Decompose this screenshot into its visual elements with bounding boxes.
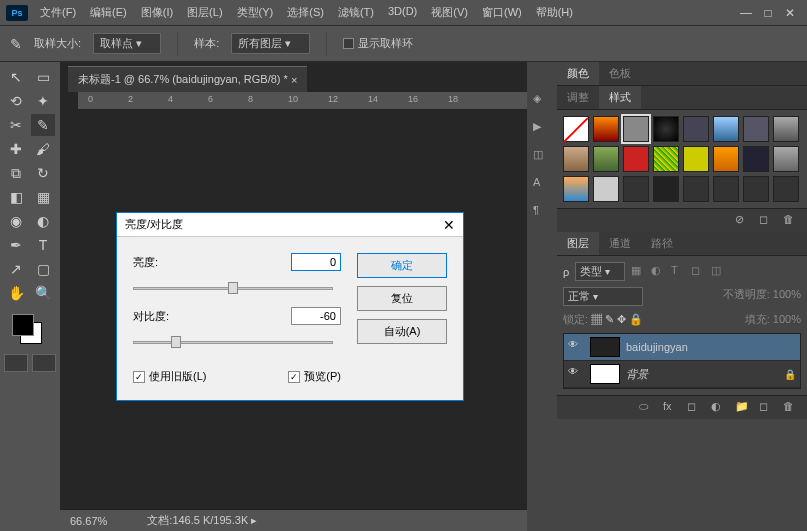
zoom-value[interactable]: 66.67% bbox=[70, 515, 107, 527]
menu-3d[interactable]: 3D(D) bbox=[382, 1, 423, 24]
menu-select[interactable]: 选择(S) bbox=[281, 1, 330, 24]
filter-pixel-icon[interactable]: ▦ bbox=[631, 264, 647, 280]
layer-item[interactable]: 👁 背景 🔒 bbox=[564, 361, 800, 388]
brush-tool[interactable]: 🖌 bbox=[31, 138, 55, 160]
eraser-tool[interactable]: ◧ bbox=[4, 186, 28, 208]
style-swatch[interactable] bbox=[773, 116, 799, 142]
style-swatch[interactable] bbox=[563, 146, 589, 172]
adjustment-layer-icon[interactable]: ◐ bbox=[711, 400, 727, 416]
menu-layer[interactable]: 图层(L) bbox=[181, 1, 228, 24]
style-swatch[interactable] bbox=[773, 146, 799, 172]
brightness-input[interactable] bbox=[291, 253, 341, 271]
tab-adjustments[interactable]: 调整 bbox=[557, 86, 599, 109]
use-legacy-checkbox[interactable]: ✓ 使用旧版(L) bbox=[133, 369, 206, 384]
ok-button[interactable]: 确定 bbox=[357, 253, 447, 278]
shape-tool[interactable]: ▢ bbox=[31, 258, 55, 280]
style-swatch[interactable] bbox=[653, 146, 679, 172]
tab-channels[interactable]: 通道 bbox=[599, 232, 641, 255]
close-button[interactable]: ✕ bbox=[783, 6, 797, 20]
layer-item[interactable]: 👁 baidujingyan bbox=[564, 334, 800, 361]
reset-button[interactable]: 复位 bbox=[357, 286, 447, 311]
hand-tool[interactable]: ✋ bbox=[4, 282, 28, 304]
style-swatch[interactable] bbox=[593, 146, 619, 172]
style-swatch[interactable] bbox=[743, 176, 769, 202]
preview-checkbox[interactable]: ✓ 预览(P) bbox=[288, 369, 341, 384]
group-icon[interactable]: 📁 bbox=[735, 400, 751, 416]
delete-layer-icon[interactable]: 🗑 bbox=[783, 400, 799, 416]
filter-adjust-icon[interactable]: ◐ bbox=[651, 264, 667, 280]
show-ring-checkbox[interactable]: 显示取样环 bbox=[343, 36, 413, 51]
screen-mode-button[interactable] bbox=[32, 354, 56, 372]
slider-thumb[interactable] bbox=[171, 336, 181, 348]
style-swatch[interactable] bbox=[623, 146, 649, 172]
style-swatch[interactable] bbox=[653, 176, 679, 202]
lasso-tool[interactable]: ⟲ bbox=[4, 90, 28, 112]
maximize-button[interactable]: □ bbox=[761, 6, 775, 20]
paragraph-panel-icon[interactable]: ¶ bbox=[533, 204, 551, 222]
filter-type-icon[interactable]: T bbox=[671, 264, 687, 280]
filter-smart-icon[interactable]: ◫ bbox=[711, 264, 727, 280]
style-swatch[interactable] bbox=[653, 116, 679, 142]
style-swatch[interactable] bbox=[593, 176, 619, 202]
clear-style-icon[interactable]: ⊘ bbox=[735, 213, 751, 229]
history-panel-icon[interactable]: ◈ bbox=[533, 92, 551, 110]
move-tool[interactable]: ↖ bbox=[4, 66, 28, 88]
style-swatch[interactable] bbox=[713, 116, 739, 142]
path-select-tool[interactable]: ↗ bbox=[4, 258, 28, 280]
style-swatch[interactable] bbox=[743, 116, 769, 142]
new-layer-icon[interactable]: ◻ bbox=[759, 400, 775, 416]
style-swatch[interactable] bbox=[683, 146, 709, 172]
style-swatch[interactable] bbox=[773, 176, 799, 202]
wand-tool[interactable]: ✦ bbox=[31, 90, 55, 112]
slider-thumb[interactable] bbox=[228, 282, 238, 294]
style-swatch[interactable] bbox=[713, 176, 739, 202]
contrast-slider[interactable] bbox=[133, 333, 333, 351]
color-swatches[interactable] bbox=[4, 312, 56, 348]
dodge-tool[interactable]: ◐ bbox=[31, 210, 55, 232]
menu-filter[interactable]: 滤镜(T) bbox=[332, 1, 380, 24]
marquee-tool[interactable]: ▭ bbox=[31, 66, 55, 88]
tab-layers[interactable]: 图层 bbox=[557, 232, 599, 255]
menu-window[interactable]: 窗口(W) bbox=[476, 1, 528, 24]
menu-type[interactable]: 类型(Y) bbox=[231, 1, 280, 24]
stamp-tool[interactable]: ⧉ bbox=[4, 162, 28, 184]
heal-tool[interactable]: ✚ bbox=[4, 138, 28, 160]
filter-kind-select[interactable]: 类型 ▾ bbox=[575, 262, 625, 281]
layer-mask-icon[interactable]: ◻ bbox=[687, 400, 703, 416]
layer-style-icon[interactable]: fx bbox=[663, 400, 679, 416]
style-swatch[interactable] bbox=[683, 116, 709, 142]
blend-mode-select[interactable]: 正常 ▾ bbox=[563, 287, 643, 306]
brightness-slider[interactable] bbox=[133, 279, 333, 297]
style-swatch[interactable] bbox=[623, 176, 649, 202]
pen-tool[interactable]: ✒ bbox=[4, 234, 28, 256]
gradient-tool[interactable]: ▦ bbox=[31, 186, 55, 208]
eyedropper-tool[interactable]: ✎ bbox=[31, 114, 55, 136]
blur-tool[interactable]: ◉ bbox=[4, 210, 28, 232]
document-tab[interactable]: 未标题-1 @ 66.7% (baidujingyan, RGB/8) * × bbox=[68, 66, 307, 92]
menu-file[interactable]: 文件(F) bbox=[34, 1, 82, 24]
menu-help[interactable]: 帮助(H) bbox=[530, 1, 579, 24]
opacity-value[interactable]: 100% bbox=[773, 288, 801, 300]
menu-edit[interactable]: 编辑(E) bbox=[84, 1, 133, 24]
tab-styles[interactable]: 样式 bbox=[599, 86, 641, 109]
style-swatch[interactable] bbox=[743, 146, 769, 172]
type-tool[interactable]: T bbox=[31, 234, 55, 256]
dialog-close-button[interactable]: ✕ bbox=[443, 217, 455, 233]
visibility-icon[interactable]: 👁 bbox=[568, 366, 584, 382]
style-swatch[interactable] bbox=[623, 116, 649, 142]
tab-swatches[interactable]: 色板 bbox=[599, 62, 641, 85]
zoom-tool[interactable]: 🔍 bbox=[31, 282, 55, 304]
new-style-icon[interactable]: ◻ bbox=[759, 213, 775, 229]
history-brush-tool[interactable]: ↻ bbox=[31, 162, 55, 184]
style-swatch[interactable] bbox=[563, 116, 589, 142]
contrast-input[interactable] bbox=[291, 307, 341, 325]
actions-panel-icon[interactable]: ▶ bbox=[533, 120, 551, 138]
fill-value[interactable]: 100% bbox=[773, 313, 801, 325]
menu-view[interactable]: 视图(V) bbox=[425, 1, 474, 24]
menu-image[interactable]: 图像(I) bbox=[135, 1, 179, 24]
crop-tool[interactable]: ✂ bbox=[4, 114, 28, 136]
fg-color-swatch[interactable] bbox=[12, 314, 34, 336]
tab-color[interactable]: 颜色 bbox=[557, 62, 599, 85]
filter-shape-icon[interactable]: ◻ bbox=[691, 264, 707, 280]
auto-button[interactable]: 自动(A) bbox=[357, 319, 447, 344]
